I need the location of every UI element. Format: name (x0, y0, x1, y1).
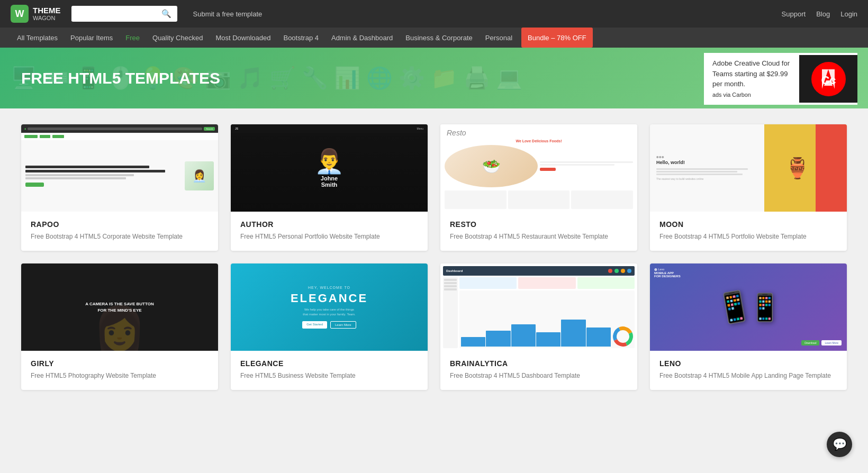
nav-business-corporate[interactable]: Business & Corporate (399, 28, 478, 48)
nav-bundle[interactable]: Bundle – 78% OFF (521, 28, 593, 48)
search-button[interactable]: 🔍 (156, 6, 177, 22)
hero-section: 🖥️ ⌨️ 📱 🖱️ 💡 🎨 📷 🎵 🛒 🔧 📊 🌐 ⚙️ 📁 🖨️ 💻 FRE… (0, 48, 868, 108)
nav-personal[interactable]: Personal (479, 28, 519, 48)
template-info-resto: RESTO Free Bootstrap 4 HTML5 Restauraunt… (440, 212, 637, 251)
main-nav: All Templates Popular Items Free Quality… (0, 28, 868, 48)
template-info-brainalytica: BRAINALYTICA Free Bootstrap 4 HTML5 Dash… (440, 351, 637, 390)
template-desc-resto: Free Bootstrap 4 HTML5 Restauraunt Websi… (450, 232, 628, 241)
template-info-elegance: ELEGANCE Free HTML5 Business Website Tem… (231, 351, 428, 390)
template-card-author[interactable]: JS Menu 👨‍💼 Johne Smith AUTHOR Free HTML… (231, 124, 428, 251)
templates-grid: ■ Search (21, 124, 847, 390)
template-desc-leno: Free Bootstrap 4 HTML5 Mobile App Landin… (659, 371, 837, 380)
template-info-rapoo: RAPOO Free Bootstrap 4 HTML5 Corporate W… (21, 212, 218, 251)
template-name-resto: RESTO (450, 220, 628, 229)
template-card-rapoo[interactable]: ■ Search (21, 124, 218, 251)
nav-admin-dashboard[interactable]: Admin & Dashboard (325, 28, 399, 48)
search-input[interactable] (71, 7, 156, 21)
template-name-elegance: ELEGANCE (240, 359, 418, 368)
template-thumb-elegance: HEY, WELCOME TO ELEGANCE We help you tak… (231, 263, 428, 351)
blog-link[interactable]: Blog (816, 10, 830, 18)
template-name-girly: GIRLY (31, 359, 209, 368)
template-name-author: AUTHOR (240, 220, 418, 229)
submit-template-link[interactable]: Submit a free template (193, 10, 263, 18)
nav-quality-checked[interactable]: Quality Checked (146, 28, 209, 48)
topbar: W THEMEWAGON 🔍 Submit a free template Su… (0, 0, 868, 28)
logo-text: THEMEWAGON (33, 6, 61, 22)
hero-ad-image: Cc (799, 55, 857, 103)
nav-free[interactable]: Free (119, 28, 146, 48)
site-logo[interactable]: W THEMEWAGON (11, 5, 61, 23)
main-content: ■ Search (0, 108, 868, 406)
support-link[interactable]: Support (782, 10, 806, 18)
login-link[interactable]: Login (840, 10, 857, 18)
template-card-leno[interactable]: ⬤ Leno MOBILE APPFOR DESIGNERS 📱 📱 Downl… (650, 263, 847, 390)
template-desc-elegance: Free HTML5 Business Website Template (240, 371, 418, 380)
template-info-leno: LENO Free Bootstrap 4 HTML5 Mobile App L… (650, 351, 847, 390)
template-desc-moon: Free Bootstrap 4 HTML5 Portfolio Website… (659, 232, 837, 241)
nav-all-templates[interactable]: All Templates (11, 28, 64, 48)
template-name-brainalytica: BRAINALYTICA (450, 359, 628, 368)
nav-popular-items[interactable]: Popular Items (64, 28, 119, 48)
template-thumb-leno: ⬤ Leno MOBILE APPFOR DESIGNERS 📱 📱 Downl… (650, 263, 847, 351)
nav-most-downloaded[interactable]: Most Downloaded (209, 28, 277, 48)
template-thumb-rapoo: ■ Search (21, 124, 218, 212)
nav-bootstrap4[interactable]: Bootstrap 4 (277, 28, 325, 48)
template-name-moon: MOON (659, 220, 837, 229)
template-info-moon: MOON Free Bootstrap 4 HTML5 Portfolio We… (650, 212, 847, 251)
search-wrapper: 🔍 (71, 6, 177, 22)
template-card-brainalytica[interactable]: Dashboard (440, 263, 637, 390)
template-info-girly: GIRLY Free HTML5 Photography Website Tem… (21, 351, 218, 390)
template-name-leno: LENO (659, 359, 837, 368)
template-info-author: AUTHOR Free HTML5 Personal Portfolio Web… (231, 212, 428, 251)
topbar-right: Support Blog Login (782, 10, 857, 18)
template-thumb-girly: 👩 A CAMERA IS THE SAVE BUTTONFOR THE MIN… (21, 263, 218, 351)
template-thumb-brainalytica: Dashboard (440, 263, 637, 351)
hero-advertisement[interactable]: Adobe Creative Cloud for Teams starting … (704, 53, 857, 105)
adobe-icon: Cc (811, 62, 846, 96)
template-desc-brainalytica: Free Bootstrap 4 HTML5 Dashboard Templat… (450, 371, 628, 380)
template-card-moon[interactable]: ⬤ ⬤ ⬤ Hello, world! The easiest way to b… (650, 124, 847, 251)
template-name-rapoo: RAPOO (31, 220, 209, 229)
template-thumb-resto: Resto We Love Delicious Foods! 🥗 (440, 124, 637, 212)
template-card-girly[interactable]: 👩 A CAMERA IS THE SAVE BUTTONFOR THE MIN… (21, 263, 218, 390)
template-card-elegance[interactable]: HEY, WELCOME TO ELEGANCE We help you tak… (231, 263, 428, 390)
template-thumb-moon: ⬤ ⬤ ⬤ Hello, world! The easiest way to b… (650, 124, 847, 212)
logo-icon: W (11, 5, 29, 23)
hero-title: FREE HTML5 TEMPLATES (21, 69, 220, 87)
template-desc-girly: Free HTML5 Photography Website Template (31, 371, 209, 380)
template-desc-rapoo: Free Bootstrap 4 HTML5 Corporate Website… (31, 232, 209, 241)
svg-text:Cc: Cc (821, 74, 836, 87)
hero-ad-text: Adobe Creative Cloud for Teams starting … (704, 53, 799, 105)
template-desc-author: Free HTML5 Personal Portfolio Website Te… (240, 232, 418, 241)
template-card-resto[interactable]: Resto We Love Delicious Foods! 🥗 (440, 124, 637, 251)
template-thumb-author: JS Menu 👨‍💼 Johne Smith (231, 124, 428, 212)
